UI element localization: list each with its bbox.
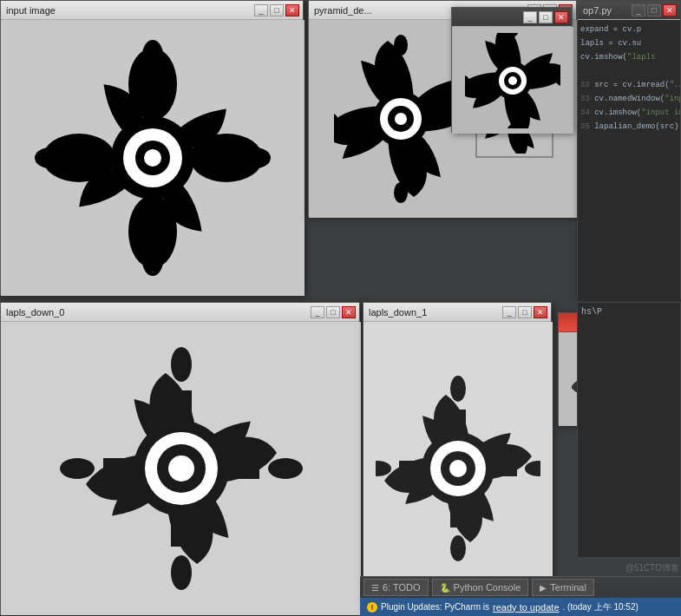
controls-lapls1: _ □ ✕ [502,306,547,318]
code-line-1: expand = cv.p [580,23,678,36]
content-lapls1 [363,322,553,615]
svg-point-17 [144,149,161,167]
code-line-5: 32 src = cv.imread("./al.jpg [580,78,678,92]
close-btn-code[interactable]: ✕ [663,4,677,16]
taskbar-status: ! Plugin Updates: PyCharm is ready to up… [360,598,681,616]
titlebar-lapls1[interactable]: lapls_down_1 _ □ ✕ [363,303,551,322]
code-line-8: 35 lapalian_demo(src) [580,120,678,134]
maximize-btn-thumb1[interactable]: □ [539,11,553,23]
svg-point-59 [450,376,466,402]
controls-input-image: _ □ ✕ [254,4,299,16]
window-input-image: input image _ □ ✕ [0,0,304,295]
taskbar: ☰ 6: TODO 🐍 Python Console ▶ Terminal ! … [360,576,681,616]
watermark: @51CTO博客 [625,562,679,574]
title-code: op7.py [581,5,632,16]
svg-point-46 [171,347,192,382]
svg-point-24 [394,182,408,203]
svg-rect-70 [493,461,517,476]
tab-terminal-label: Terminal [550,582,586,593]
svg-rect-69 [399,461,423,476]
window-lapls-down-0: lapls_down_0 _ □ ✕ [0,302,360,614]
flower-svg-thumb1 [465,33,560,128]
svg-rect-57 [226,458,259,479]
code-line-6: 33 cv.namedWindow("input ima [580,92,678,106]
svg-rect-21 [192,149,222,167]
controls-lapls0: _ □ ✕ [311,306,356,318]
svg-point-49 [268,458,303,479]
minimize-btn-thumb1[interactable]: _ [523,11,537,23]
minimize-btn-lapls1[interactable]: _ [502,306,516,318]
svg-point-53 [168,455,194,482]
svg-point-47 [171,555,192,590]
desktop: input image _ □ ✕ [0,0,681,616]
minimize-btn-lapls0[interactable]: _ [311,306,324,318]
code-line-3: cv.imshow("lapls [580,50,678,64]
maximize-btn-input[interactable]: □ [270,4,284,16]
titlebar-code[interactable]: op7.py _ □ ✕ [578,1,680,20]
close-btn-thumb1[interactable]: ✕ [554,11,568,23]
maximize-btn-lapls1[interactable]: □ [518,306,532,318]
svg-rect-19 [144,197,161,227]
window-thumb1: _ □ ✕ [451,7,573,133]
svg-point-11 [142,245,163,276]
svg-rect-67 [450,410,466,434]
filepath-text: hs\P [581,306,677,318]
svg-rect-20 [83,149,114,167]
controls-code: _ □ ✕ [632,4,677,16]
flower-svg-input [23,28,283,288]
content-code: expand = cv.p lapls = cv.su cv.imshow("l… [578,20,680,300]
window-lapls-down-1: lapls_down_1 _ □ ✕ [363,302,552,614]
title-input-image: input image [4,5,254,16]
tab-python-label: Python Console [454,582,521,593]
taskbar-tabs: ☰ 6: TODO 🐍 Python Console ▶ Terminal [360,577,681,598]
flower-svg-pyramid-large [334,28,468,210]
minimize-btn-input[interactable]: _ [254,4,268,16]
maximize-btn-code[interactable]: □ [647,4,661,16]
terminal-icon: ▶ [540,583,547,593]
titlebar-lapls0[interactable]: lapls_down_0 _ □ ✕ [1,303,359,322]
flower-svg-lapls0 [25,330,337,607]
tab-python-console[interactable]: 🐍 Python Console [432,579,529,596]
svg-point-13 [239,147,271,168]
svg-point-12 [35,147,66,168]
code-line-2: lapls = cv.su [580,36,678,50]
title-lapls1: lapls_down_1 [367,307,502,318]
window-code-editor: op7.py _ □ ✕ expand = cv.p lapls = cv.su… [577,0,681,299]
tab-todo-label: 6: TODO [383,582,421,593]
todo-icon: ☰ [371,583,379,593]
controls-thumb1: _ □ ✕ [523,11,568,23]
svg-point-44 [508,76,517,85]
svg-point-30 [395,113,407,125]
tab-todo[interactable]: ☰ 6: TODO [363,579,429,596]
svg-rect-18 [144,88,161,119]
content-input-image [1,20,304,296]
code-line-4 [580,64,678,78]
svg-rect-68 [450,503,466,528]
svg-point-48 [60,458,95,479]
ready-to-update-text[interactable]: ready to update [493,602,559,613]
flower-svg-lapls1 [376,334,540,603]
content-thumb1 [452,27,573,134]
title-lapls0: lapls_down_0 [4,307,311,318]
close-btn-input[interactable]: ✕ [285,4,299,16]
python-icon: 🐍 [440,583,450,593]
close-btn-lapls0[interactable]: ✕ [342,306,356,318]
svg-point-10 [142,40,163,71]
titlebar-thumb1[interactable]: _ □ ✕ [452,8,572,27]
minimize-btn-code[interactable]: _ [632,4,645,16]
svg-point-23 [394,35,408,56]
right-panel: hs\P [577,302,681,558]
svg-rect-54 [171,390,192,423]
svg-point-66 [449,460,467,477]
titlebar-input-image[interactable]: input image _ □ ✕ [1,1,303,20]
svg-rect-56 [103,458,136,479]
code-line-7: 34 cv.imshow("input image",s [580,106,678,120]
content-lapls0 [1,322,361,615]
maximize-btn-lapls0[interactable]: □ [326,306,340,318]
tab-terminal[interactable]: ▶ Terminal [532,579,594,596]
status-text: Plugin Updates: PyCharm is [381,602,489,612]
status-time: . (today 上午 10:52) [563,601,638,613]
svg-point-60 [450,535,466,561]
close-btn-lapls1[interactable]: ✕ [534,306,547,318]
warning-icon: ! [367,602,377,613]
